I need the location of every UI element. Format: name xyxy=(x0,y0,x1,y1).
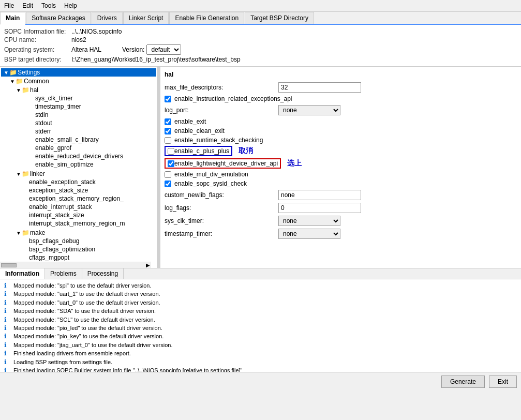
checkbox-enable-lightweight[interactable] xyxy=(168,160,174,167)
checkbox-enable-mul-div[interactable] xyxy=(165,171,171,178)
select-timestamp-timer[interactable]: none xyxy=(278,229,340,239)
tree-row-make[interactable]: ▼ 📁 make xyxy=(1,229,156,237)
tree-row-enable-small-c-library[interactable]: enable_small_c_library xyxy=(1,136,156,144)
log-tab-processing[interactable]: Processing xyxy=(82,268,124,279)
menu-file[interactable]: File xyxy=(0,1,18,10)
bsp-label: BSP target directory: xyxy=(4,56,71,63)
cpu-label: CPU name: xyxy=(4,36,71,43)
checkbox-enable-clean-exit[interactable] xyxy=(165,128,171,134)
row-enable-c-plus-plus: enable_c_plus_plus 取消 xyxy=(165,146,517,156)
tree-row-stdin[interactable]: stdin xyxy=(1,111,156,119)
tree-row-hal[interactable]: ▼ 📁 hal xyxy=(1,86,156,94)
tree-row-enable-gprof[interactable]: enable_gprof xyxy=(1,144,156,152)
main-content: ▼ 📁 Settings ▼ 📁 Common xyxy=(0,67,521,268)
tree-row-common[interactable]: ▼ 📁 Common xyxy=(1,77,156,85)
tab-software-packages[interactable]: Software Packages xyxy=(26,12,91,24)
generate-button[interactable]: Generate xyxy=(441,376,485,388)
expander-hal[interactable]: ▼ xyxy=(16,87,22,93)
tree-row-enable-reduced-device-drivers[interactable]: enable_reduced_device_drivers xyxy=(1,152,156,160)
tree-container: ▼ 📁 Settings ▼ 📁 Common xyxy=(0,67,157,268)
checkbox-enable-runtime[interactable] xyxy=(165,137,171,144)
row-enable-exit: enable_exit xyxy=(165,118,517,125)
label-enable-clean-exit: enable_clean_exit xyxy=(174,127,225,134)
log-tab-information[interactable]: Information xyxy=(0,268,45,279)
log-text: Mapped module: "spi" to use the default … xyxy=(13,282,151,290)
tree-row-timestamp-timer[interactable]: timestamp_timer xyxy=(1,102,156,111)
tree-row-interrupt-stack-size[interactable]: interrupt_stack_size xyxy=(1,211,156,219)
row-timestamp-timer: timestamp_timer: none xyxy=(165,229,517,239)
log-entry: ℹMapped module: "uart_0" to use the defa… xyxy=(4,299,517,307)
label-interrupt-stack-size: interrupt_stack_size xyxy=(29,212,84,219)
input-custom-newlib[interactable] xyxy=(278,190,361,200)
folder-icon-settings: 📁 xyxy=(9,69,17,76)
label-timestamp-timer: timestamp_timer xyxy=(35,103,81,110)
tree-row-bsp-cflags-debug[interactable]: bsp_cflags_debug xyxy=(1,237,156,245)
label-enable-sopc-sysid: enable_sopc_sysid_check xyxy=(174,180,247,187)
log-text: Mapped module: "jtag_uart_0" to use the … xyxy=(13,341,172,349)
row-enable-sopc-sysid: enable_sopc_sysid_check xyxy=(165,180,517,187)
label-enable-gprof: enable_gprof xyxy=(35,144,71,152)
info-icon: ℹ xyxy=(4,307,11,314)
label-linker: linker xyxy=(30,170,45,177)
tab-enable-file-generation[interactable]: Enable File Generation xyxy=(169,12,244,24)
checkbox-enable-c-plus-plus[interactable] xyxy=(168,148,174,155)
tree-row-stderr[interactable]: stderr xyxy=(1,127,156,136)
tree-row-cflags-mgpopt[interactable]: cflags_mgpopt xyxy=(1,253,156,262)
label-custom-newlib: custom_newlib_flags: xyxy=(165,191,278,199)
log-entry: ℹMapped module: "spi" to use the default… xyxy=(4,282,517,290)
lightweight-box: enable_lightweight_device_driver_api xyxy=(165,158,281,169)
log-entry: ℹMapped module: "SCL" to use the default… xyxy=(4,316,517,324)
exit-button[interactable]: Exit xyxy=(489,376,517,388)
menu-tools[interactable]: Tools xyxy=(37,1,60,10)
select-log-port[interactable]: none xyxy=(278,105,340,115)
row-custom-newlib: custom_newlib_flags: xyxy=(165,190,517,200)
label-enable-small-c-library: enable_small_c_library xyxy=(35,136,99,143)
sopc-value: ..\..\NIOS.sopcinfo xyxy=(71,28,122,35)
tree-row-linker[interactable]: ▼ 📁 linker xyxy=(1,170,156,178)
label-enable-exception-stack: enable_exception_stack xyxy=(29,178,96,186)
tab-linker-script[interactable]: Linker Script xyxy=(123,12,169,24)
tree-row-exception-stack-size[interactable]: exception_stack_size xyxy=(1,186,156,194)
tree-row-sys-clk-timer[interactable]: sys_clk_timer xyxy=(1,94,156,102)
checkbox-enable-sopc-sysid[interactable] xyxy=(165,181,171,187)
label-exception-stack-size: exception_stack_size xyxy=(29,187,88,194)
label-interrupt-stack-memory: interrupt_stack_memory_region_m xyxy=(29,220,125,227)
row-enable-lightweight: enable_lightweight_device_driver_api 选上 xyxy=(165,158,517,169)
tree-row-enable-sim-optimize[interactable]: enable_sim_optimize xyxy=(1,160,156,169)
row-enable-runtime: enable_runtime_stack_checking xyxy=(165,137,517,144)
menubar: File Edit Tools Help xyxy=(0,0,521,12)
log-entry: ℹLoading BSP settings from settings file… xyxy=(4,358,517,366)
scroll-right-btn[interactable]: ▶ xyxy=(145,262,151,268)
tree-row-enable-exception-stack[interactable]: enable_exception_stack xyxy=(1,178,156,186)
checkbox-enable-instruction[interactable] xyxy=(165,96,171,102)
expander-settings[interactable]: ▼ xyxy=(3,70,9,76)
label-exception-stack-memory: exception_stack_memory_region_ xyxy=(29,195,124,202)
tree-row-bsp-cflags-optimization[interactable]: bsp_cflags_optimization xyxy=(1,245,156,253)
tab-target-bsp-directory[interactable]: Target BSP Directory xyxy=(245,12,314,24)
tree-row-stdout[interactable]: stdout xyxy=(1,119,156,127)
tree-row-exception-stack-memory[interactable]: exception_stack_memory_region_ xyxy=(1,194,156,203)
input-max-file-descriptors[interactable] xyxy=(278,82,361,93)
version-select[interactable]: default xyxy=(146,44,181,55)
tree-row-enable-interrupt-stack[interactable]: enable_interrupt_stack xyxy=(1,203,156,211)
folder-icon-linker: 📁 xyxy=(22,170,29,177)
tab-drivers[interactable]: Drivers xyxy=(92,12,123,24)
tree-row-settings[interactable]: ▼ 📁 Settings xyxy=(1,68,156,77)
tree-node-make: ▼ 📁 make bsp_cflags_debug xyxy=(1,228,156,262)
checkbox-enable-exit[interactable] xyxy=(165,118,171,125)
scroll-thumb-left[interactable] xyxy=(1,263,17,267)
tree-panel: ▼ 📁 Settings ▼ 📁 Common xyxy=(0,67,158,268)
expander-make[interactable]: ▼ xyxy=(16,230,22,236)
row-log-port: log_port: none xyxy=(165,105,517,115)
menu-help[interactable]: Help xyxy=(60,1,81,10)
info-icon: ℹ xyxy=(4,358,11,366)
menu-edit[interactable]: Edit xyxy=(18,1,37,10)
expander-linker[interactable]: ▼ xyxy=(16,171,22,177)
tree-node-settings: ▼ 📁 Settings ▼ 📁 Common xyxy=(1,68,156,268)
input-log-flags[interactable] xyxy=(278,203,361,213)
expander-common[interactable]: ▼ xyxy=(9,79,16,84)
select-sys-clk-timer[interactable]: none xyxy=(278,216,340,226)
tree-row-interrupt-stack-memory[interactable]: interrupt_stack_memory_region_m xyxy=(1,219,156,228)
tab-main[interactable]: Main xyxy=(0,12,25,25)
log-tab-problems[interactable]: Problems xyxy=(45,268,82,279)
